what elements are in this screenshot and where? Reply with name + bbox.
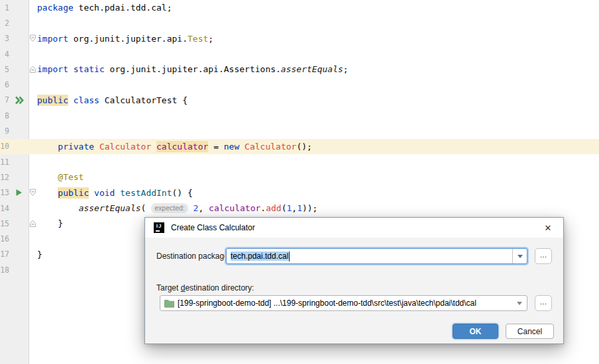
code-text: private Calculator calculator = new Calc… bbox=[37, 142, 599, 152]
line-number: 18 bbox=[0, 265, 9, 275]
code-line-1[interactable]: 1package tech.pdai.tdd.cal; bbox=[0, 0, 599, 15]
code-text: assertEquals( expected: 2, calculator.ad… bbox=[37, 203, 599, 213]
code-text: @Test bbox=[37, 172, 599, 182]
destination-package-label: Destination package: bbox=[156, 251, 231, 261]
dialog-titlebar[interactable]: IJ Create Class Calculator ✕ bbox=[145, 218, 563, 238]
dialog-title: Create Class Calculator bbox=[171, 223, 255, 232]
destination-package-combobox[interactable]: tech.pdai.tdd.cal bbox=[226, 248, 527, 264]
code-line-8[interactable]: 8 bbox=[0, 108, 599, 123]
line-number: 9 bbox=[0, 126, 9, 136]
code-line-5[interactable]: 5import static org.junit.jupiter.api.Ass… bbox=[0, 62, 599, 77]
line-number: 8 bbox=[0, 111, 9, 120]
run-test-icon[interactable] bbox=[9, 189, 28, 197]
package-selected-text: tech.pdai.tdd.cal bbox=[231, 251, 288, 261]
fold-marker-icon[interactable] bbox=[28, 189, 37, 197]
line-number: 10 bbox=[0, 142, 9, 151]
ellipsis-icon: … bbox=[540, 251, 547, 259]
close-icon: ✕ bbox=[545, 223, 552, 233]
code-line-12[interactable]: 12 @Test bbox=[0, 169, 599, 185]
code-line-4[interactable]: 4 bbox=[0, 46, 599, 62]
chevron-down-icon bbox=[517, 302, 522, 305]
package-dropdown-button[interactable] bbox=[512, 249, 527, 263]
line-number: 1 bbox=[0, 3, 9, 13]
line-number: 17 bbox=[0, 250, 9, 259]
code-text: public void testAddInt() { bbox=[37, 188, 599, 198]
code-line-6[interactable]: 6 bbox=[0, 77, 599, 92]
target-directory-combobox[interactable]: [199-springboot-demo-tdd] ...\199-spring… bbox=[160, 295, 527, 311]
target-directory-label: Target destination directory: bbox=[156, 283, 254, 293]
fold-marker-icon[interactable] bbox=[28, 66, 37, 73]
fold-marker-icon[interactable] bbox=[28, 34, 37, 42]
ellipsis-icon: … bbox=[540, 298, 547, 306]
code-text: import org.junit.jupiter.api.Test; bbox=[37, 34, 599, 44]
code-line-9[interactable]: 9 bbox=[0, 123, 599, 138]
code-text: package tech.pdai.tdd.cal; bbox=[37, 3, 599, 13]
code-line-2[interactable]: 2 bbox=[0, 15, 599, 30]
line-number: 5 bbox=[0, 65, 9, 74]
code-line-10[interactable]: 10 private Calculator calculator = new C… bbox=[0, 139, 599, 154]
cancel-button[interactable]: Cancel bbox=[506, 324, 554, 339]
folder-icon bbox=[164, 299, 174, 308]
close-button[interactable]: ✕ bbox=[542, 222, 554, 234]
target-directory-value: [199-springboot-demo-tdd] ...\199-spring… bbox=[178, 298, 512, 308]
run-class-icon[interactable] bbox=[9, 96, 28, 105]
line-number: 4 bbox=[0, 50, 9, 59]
intellij-logo-icon: IJ bbox=[154, 222, 164, 233]
ok-button[interactable]: OK bbox=[453, 324, 498, 339]
code-line-7[interactable]: 7public class CalculatorTest { bbox=[0, 93, 599, 108]
line-number: 11 bbox=[0, 158, 9, 167]
code-line-3[interactable]: 3import org.junit.jupiter.api.Test; bbox=[0, 31, 599, 46]
fold-marker-icon[interactable] bbox=[28, 220, 37, 228]
line-number: 15 bbox=[0, 219, 9, 228]
code-line-14[interactable]: 14 assertEquals( expected: 2, calculator… bbox=[0, 201, 599, 216]
text-caret bbox=[289, 251, 290, 261]
code-line-11[interactable]: 11 bbox=[0, 154, 599, 169]
code-line-13[interactable]: 13 public void testAddInt() { bbox=[0, 185, 599, 201]
line-number: 12 bbox=[0, 173, 9, 182]
line-number: 3 bbox=[0, 34, 9, 43]
chevron-down-icon bbox=[517, 255, 523, 258]
code-text: import static org.junit.jupiter.api.Asse… bbox=[37, 64, 599, 74]
create-class-dialog: IJ Create Class Calculator ✕ Destination… bbox=[144, 217, 564, 344]
line-number: 2 bbox=[0, 19, 9, 28]
parameter-hint: expected: bbox=[151, 203, 188, 213]
package-browse-button[interactable]: … bbox=[535, 248, 552, 264]
line-number: 13 bbox=[0, 188, 9, 197]
package-input[interactable]: tech.pdai.tdd.cal bbox=[227, 251, 512, 261]
line-number: 7 bbox=[0, 95, 9, 105]
target-browse-button[interactable]: … bbox=[535, 295, 552, 311]
line-number: 14 bbox=[0, 204, 9, 213]
target-dropdown-button[interactable] bbox=[512, 296, 527, 310]
line-number: 16 bbox=[0, 234, 9, 244]
line-number: 6 bbox=[0, 80, 9, 89]
code-text: public class CalculatorTest { bbox=[37, 95, 599, 105]
